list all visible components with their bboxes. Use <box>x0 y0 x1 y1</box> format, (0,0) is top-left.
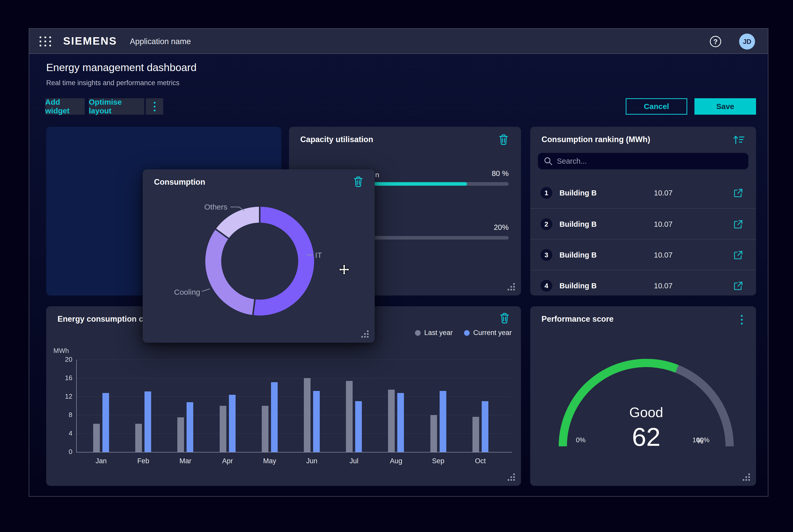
resize-handle-icon[interactable] <box>741 472 751 482</box>
ranking-row: 3Building B10.07 <box>530 239 756 270</box>
page-title: Energy management dashboard <box>46 61 197 74</box>
bar-last-year <box>304 378 311 452</box>
application-name: Application name <box>130 37 191 46</box>
siemens-logo: SIEMENS <box>63 35 117 47</box>
gauge-state-label: Good <box>595 404 698 420</box>
capacity-value-2: 20% <box>494 223 509 232</box>
search-input[interactable] <box>557 153 743 169</box>
add-widget-button[interactable]: Add widget <box>45 98 85 115</box>
donut-label-others: Others <box>204 203 227 211</box>
resize-handle-icon[interactable] <box>505 472 516 482</box>
x-tick-label: Mar <box>169 457 202 465</box>
bar-current-year <box>397 393 404 452</box>
y-tick-label: 12 <box>51 393 72 400</box>
performance-widget: Performance score Good 62 % 0% 100% <box>530 306 756 486</box>
ranking-row: 4Building B10.07 <box>530 270 756 301</box>
x-tick-label: Jun <box>295 457 329 465</box>
bar-current-year <box>271 382 278 452</box>
consumption-value: 10.07 <box>654 282 672 290</box>
move-cursor-icon <box>338 264 350 276</box>
external-link-icon[interactable] <box>734 188 743 197</box>
bar-last-year <box>220 406 226 452</box>
avatar[interactable]: JD <box>739 34 755 50</box>
building-name: Building B <box>559 282 597 290</box>
ranking-widget: Consumption ranking (MWh) 1Building B10.… <box>530 127 756 296</box>
external-link-icon[interactable] <box>734 220 743 229</box>
rank-badge: 4 <box>540 280 552 292</box>
bar-current-year <box>440 391 446 452</box>
ranking-list: 1Building B10.07 2Building B10.07 3Build… <box>530 177 756 296</box>
y-tick-label: 20 <box>51 356 72 363</box>
y-axis-line <box>76 360 77 453</box>
x-tick-label: Feb <box>127 457 160 465</box>
bar-current-year <box>482 401 488 452</box>
toolbar-kebab-icon[interactable] <box>146 98 163 115</box>
bar-last-year <box>388 390 395 452</box>
bar-current-year <box>355 401 362 452</box>
bar-current-year <box>145 392 151 452</box>
x-tick-label: Jul <box>337 457 371 465</box>
donut-segment-it <box>254 215 306 307</box>
gauge-value: 62 <box>595 422 698 452</box>
external-link-icon[interactable] <box>734 281 743 290</box>
cancel-button[interactable]: Cancel <box>626 98 687 115</box>
ranking-title: Consumption ranking (MWh) <box>541 135 650 144</box>
page-subtitle: Real time insights and performance metri… <box>46 79 179 87</box>
capacity-label-1-fragment: n <box>375 171 379 179</box>
x-tick-label: Jan <box>85 457 118 465</box>
building-name: Building B <box>559 251 597 259</box>
x-tick-label: Apr <box>211 457 244 465</box>
y-tick-label: 16 <box>51 374 72 382</box>
rank-badge: 2 <box>540 218 552 230</box>
building-name: Building B <box>559 189 597 197</box>
app-launcher-icon[interactable] <box>39 35 51 48</box>
donut-label-it: IT <box>315 251 322 260</box>
help-icon[interactable]: ? <box>710 36 721 47</box>
bar-last-year <box>93 424 100 452</box>
optimise-layout-button[interactable]: Optimise layout <box>89 98 144 115</box>
donut-label-cooling: Cooling <box>174 288 200 297</box>
building-name: Building B <box>559 220 597 229</box>
bar-last-year <box>473 417 479 452</box>
capacity-title: Capacity utilisation <box>300 135 373 144</box>
bar-last-year <box>177 417 184 452</box>
gauge-min-label: 0% <box>576 436 586 444</box>
delete-widget-icon[interactable] <box>498 134 509 145</box>
x-tick-label: May <box>253 457 287 465</box>
bar-last-year <box>135 424 142 452</box>
bar-current-year <box>313 391 320 452</box>
consumption-value: 10.07 <box>654 220 672 229</box>
y-tick-label: 0 <box>51 448 72 456</box>
capacity-value-1: 80 % <box>492 169 509 178</box>
donut-segment-others <box>222 215 260 234</box>
gridline <box>76 378 512 378</box>
gridline <box>76 397 512 397</box>
consumption-widget-floating[interactable]: Consumption Others IT Cooling <box>143 169 375 343</box>
app-window: SIEMENS Application name ? JD Energy man… <box>29 28 768 497</box>
y-tick-label: 8 <box>51 411 72 419</box>
gridline <box>76 360 512 360</box>
ranking-row: 1Building B10.07 <box>530 177 756 208</box>
save-button[interactable]: Save <box>695 98 756 115</box>
resize-handle-icon[interactable] <box>359 328 370 339</box>
bar-last-year <box>262 406 269 452</box>
app-header: SIEMENS Application name ? JD <box>29 29 768 54</box>
y-tick-label: 4 <box>51 430 72 437</box>
screen: { "header": { "logo": "SIEMENS", "app_na… <box>0 0 793 532</box>
search-box <box>538 153 748 169</box>
x-tick-label: Oct <box>464 457 497 465</box>
resize-handle-icon[interactable] <box>505 281 516 291</box>
donut-chart <box>143 169 375 343</box>
rank-badge: 3 <box>540 249 552 261</box>
gauge-chart <box>530 306 756 486</box>
x-tick-label: Aug <box>379 457 413 465</box>
consumption-value: 10.07 <box>654 189 672 197</box>
external-link-icon[interactable] <box>734 250 743 260</box>
bar-current-year <box>103 393 109 452</box>
bar-current-year <box>187 402 193 452</box>
bar-current-year <box>229 395 236 452</box>
sort-ascending-icon[interactable] <box>733 133 745 146</box>
x-tick-label: Sep <box>422 457 455 465</box>
search-icon <box>543 156 553 166</box>
gridline <box>76 415 512 415</box>
